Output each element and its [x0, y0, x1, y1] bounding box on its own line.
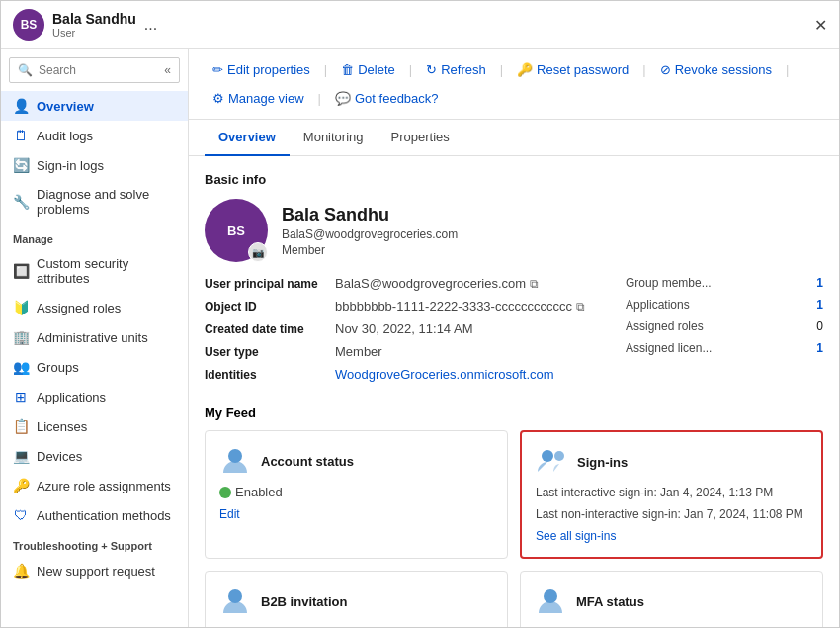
sidebar-item-applications[interactable]: ⊞ Applications: [1, 382, 188, 411]
azure-roles-icon: 🔑: [13, 478, 29, 493]
sidebar-overview-label: Overview: [37, 99, 94, 114]
search-box[interactable]: 🔍 «: [9, 57, 180, 83]
stat-licenses: Assigned licen... 1: [626, 341, 823, 355]
sidebar-item-assigned-roles[interactable]: 🔰 Assigned roles: [1, 293, 188, 322]
tab-properties[interactable]: Properties: [378, 120, 463, 156]
overview-content: Basic info BS 📷 Bala Sandhu BalaS@woodgr…: [189, 156, 839, 627]
sidebar-custom-security-label: Custom security attributes: [37, 256, 176, 286]
stat-applications: Applications 1: [626, 298, 823, 312]
stat-assigned-roles-value[interactable]: 0: [816, 319, 823, 333]
title-bar: BS Bala Sandhu User ... ✕: [1, 1, 839, 49]
audit-icon: 🗒: [13, 128, 29, 143]
signin-icon: 🔄: [13, 157, 29, 173]
assigned-roles-icon: 🔰: [13, 300, 29, 315]
collapse-icon[interactable]: «: [164, 63, 171, 77]
licenses-icon: 📋: [13, 418, 29, 434]
refresh-icon: ↻: [426, 62, 437, 77]
details-grid: User principal name BalaS@woodgrovegroce…: [205, 276, 823, 390]
sidebar-item-groups[interactable]: 👥 Groups: [1, 352, 188, 382]
stat-group-value[interactable]: 1: [816, 276, 823, 290]
field-upn: User principal name BalaS@woodgrovegroce…: [205, 276, 586, 291]
copy-objectid-button[interactable]: ⧉: [576, 300, 585, 314]
sidebar-item-auth-methods[interactable]: 🛡 Authentication methods: [1, 500, 188, 530]
applications-icon: ⊞: [13, 389, 29, 404]
stat-applications-value[interactable]: 1: [816, 298, 823, 312]
field-objectid: Object ID bbbbbbbb-1111-2222-3333-cccccc…: [205, 299, 586, 314]
basic-info-title: Basic info: [205, 172, 823, 187]
sidebar-item-audit-logs[interactable]: 🗒 Audit logs: [1, 121, 188, 150]
stat-group-members: Group membe... 1: [626, 276, 823, 290]
tab-overview[interactable]: Overview: [205, 120, 290, 156]
sidebar-azure-roles-label: Azure role assignments: [37, 479, 171, 493]
sidebar-item-overview[interactable]: 👤 Overview: [1, 91, 188, 121]
sidebar-item-licenses[interactable]: 📋 Licenses: [1, 411, 188, 441]
account-status-title: Account status: [261, 454, 354, 469]
edit-properties-button[interactable]: ✏ Edit properties: [205, 57, 318, 82]
manage-view-button[interactable]: ⚙ Manage view: [205, 86, 312, 111]
sidebar-licenses-label: Licenses: [37, 419, 87, 434]
avatar-camera-button[interactable]: 📷: [248, 242, 268, 262]
identities-link[interactable]: WoodgroveGroceries.onmicrosoft.com: [335, 367, 554, 382]
enabled-dot: [219, 487, 231, 498]
key-icon: 🔑: [517, 62, 533, 77]
svg-point-0: [228, 449, 242, 463]
stat-licenses-value[interactable]: 1: [816, 341, 823, 355]
sidebar-applications-label: Applications: [37, 390, 106, 404]
revoke-sessions-button[interactable]: ⊘ Revoke sessions: [652, 57, 780, 82]
custom-security-icon: 🔲: [13, 263, 29, 279]
sidebar-item-support[interactable]: 🔔 New support request: [1, 556, 188, 585]
b2b-card: B2B invitation Convert to external user: [205, 571, 508, 627]
profile-info: Bala Sandhu BalaS@woodgrovegroceries.com…: [282, 205, 458, 257]
field-usertype: User type Member: [205, 344, 586, 359]
toolbar: ✏ Edit properties | 🗑 Delete | ↻ Refresh…: [189, 49, 839, 120]
groups-icon: 👥: [13, 359, 29, 375]
account-status-icon: [219, 445, 251, 477]
upn-value: BalaS@woodgrovegroceries.com: [335, 276, 526, 291]
mfa-status-value: Capable with 5 authentication methods.: [535, 625, 808, 627]
sign-ins-icon: [536, 446, 567, 478]
profile-name: Bala Sandhu: [282, 205, 458, 225]
see-all-signins-link[interactable]: See all sign-ins: [536, 529, 807, 543]
account-status-card: Account status Enabled Edit: [205, 430, 508, 559]
copy-upn-button[interactable]: ⧉: [530, 277, 539, 291]
overview-icon: 👤: [13, 98, 29, 114]
sidebar-item-diagnose[interactable]: 🔧 Diagnose and solve problems: [1, 180, 188, 224]
sign-ins-line2: Last non-interactive sign-in: Jan 7, 202…: [536, 507, 807, 521]
sidebar-auth-methods-label: Authentication methods: [37, 508, 171, 523]
sidebar-groups-label: Groups: [37, 360, 79, 375]
delete-icon: 🗑: [341, 62, 354, 77]
account-status-value: Enabled: [219, 485, 493, 499]
sidebar-admin-units-label: Administrative units: [37, 330, 148, 345]
mfa-title: MFA status: [576, 594, 644, 609]
revoke-icon: ⊘: [660, 62, 671, 77]
more-options-button[interactable]: ...: [144, 16, 157, 34]
sidebar-signin-label: Sign-in logs: [37, 158, 104, 173]
sidebar-item-custom-security[interactable]: 🔲 Custom security attributes: [1, 249, 188, 293]
close-button[interactable]: ✕: [814, 16, 827, 35]
gear-icon: ⚙: [212, 91, 224, 106]
troubleshoot-section-label: Troubleshooting + Support: [1, 530, 188, 556]
sidebar-item-sign-in-logs[interactable]: 🔄 Sign-in logs: [1, 150, 188, 180]
search-input[interactable]: [39, 63, 158, 77]
sidebar-item-admin-units[interactable]: 🏢 Administrative units: [1, 322, 188, 352]
sidebar-devices-label: Devices: [37, 449, 82, 464]
delete-button[interactable]: 🗑 Delete: [333, 57, 403, 82]
sidebar-item-devices[interactable]: 💻 Devices: [1, 441, 188, 471]
auth-methods-icon: 🛡: [13, 507, 29, 523]
avatar: BS 📷: [205, 199, 268, 262]
reset-password-button[interactable]: 🔑 Reset password: [509, 57, 636, 82]
feedback-button[interactable]: 💬 Got feedback?: [327, 86, 447, 111]
sidebar-audit-label: Audit logs: [37, 129, 93, 143]
search-icon: 🔍: [18, 63, 33, 77]
field-created: Created date time Nov 30, 2022, 11:14 AM: [205, 321, 586, 336]
sidebar: 🔍 « 👤 Overview 🗒 Audit logs 🔄 Sign-in lo…: [1, 49, 189, 627]
account-status-edit-link[interactable]: Edit: [219, 507, 493, 521]
sidebar-item-azure-roles[interactable]: 🔑 Azure role assignments: [1, 471, 188, 500]
tab-monitoring[interactable]: Monitoring: [290, 120, 378, 156]
tab-bar: Overview Monitoring Properties: [189, 120, 839, 156]
refresh-button[interactable]: ↻ Refresh: [418, 57, 494, 82]
mfa-enabled-dot: [535, 627, 546, 628]
my-feed: My Feed Account status: [205, 405, 823, 627]
convert-external-link[interactable]: Convert to external user: [219, 625, 493, 627]
title-role: User: [52, 27, 136, 39]
